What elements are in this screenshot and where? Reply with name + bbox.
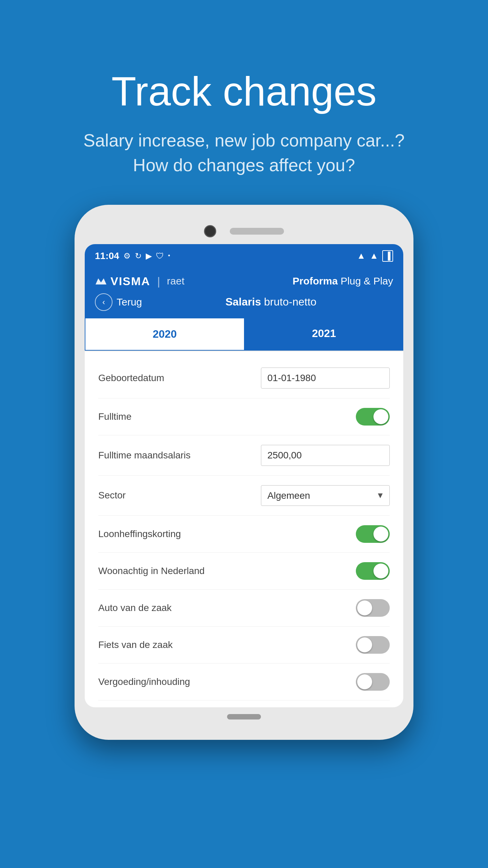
toggle-thumb-loonheffingskorting: [373, 527, 388, 541]
nav-row: ‹ Terug Salaris bruto-netto: [95, 293, 393, 311]
page-header: Track changes Salary increase, new job c…: [83, 0, 405, 178]
toggle-thumb-fulltime: [373, 409, 388, 424]
form-row-fulltime: Fulltime: [98, 398, 390, 435]
nav-title-light: bruto-netto: [264, 296, 317, 308]
tab-2021[interactable]: 2021: [245, 318, 403, 351]
label-maandsalaris: Fulltime maandsalaris: [98, 450, 190, 461]
app-header: VISMA | raet Proforma Plug & Play ‹ Teru…: [85, 268, 403, 318]
form-row-maandsalaris: Fulltime maandsalaris: [98, 435, 390, 476]
tab-2020[interactable]: 2020: [85, 318, 245, 351]
phone-speaker: [230, 228, 284, 235]
label-sector: Sector: [98, 490, 126, 501]
visma-logo: VISMA: [95, 275, 150, 288]
app-name: Proforma Plug & Play: [292, 275, 393, 287]
refresh-icon: ↻: [135, 251, 142, 261]
visma-logo-icon: [95, 275, 107, 287]
page-subtitle: Salary increase, new job company car...?…: [83, 128, 405, 178]
battery-icon: ▐: [382, 250, 393, 262]
brand-raet: raet: [167, 275, 185, 287]
form-area: Geboortedatum Fulltime Fulltime maandsal…: [85, 351, 403, 707]
wifi-icon: ▲: [357, 251, 366, 261]
play-icon: ▶: [146, 251, 152, 261]
phone-shell: 11:04 ⚙ ↻ ▶ 🛡 • ▲ ▲ ▐: [75, 205, 413, 740]
dot-icon: •: [168, 252, 170, 259]
brand-row: VISMA | raet Proforma Plug & Play: [95, 275, 393, 288]
phone-home-indicator: [227, 714, 261, 719]
svg-marker-0: [96, 278, 106, 284]
status-time: 11:04: [95, 251, 119, 261]
phone-screen: 11:04 ⚙ ↻ ▶ 🛡 • ▲ ▲ ▐: [85, 244, 403, 707]
status-bar: 11:04 ⚙ ↻ ▶ 🛡 • ▲ ▲ ▐: [85, 244, 403, 268]
form-row-fiets: Fiets van de zaak: [98, 627, 390, 664]
label-woonachtig: Woonachtig in Nederland: [98, 566, 205, 576]
back-label: Terug: [117, 296, 142, 308]
toggle-thumb-vergoeding: [357, 674, 372, 689]
toggle-thumb-woonachtig: [373, 564, 388, 578]
toggle-track-fiets: [356, 636, 390, 654]
nav-title-bold: Salaris: [225, 296, 261, 308]
toggle-loonheffingskorting[interactable]: [356, 525, 390, 543]
form-row-loonheffingskorting: Loonheffingskorting: [98, 516, 390, 553]
label-auto: Auto van de zaak: [98, 603, 171, 613]
toggle-fiets[interactable]: [356, 636, 390, 654]
toggle-track-auto: [356, 599, 390, 617]
phone-top-elements: [85, 225, 403, 237]
nav-title: Salaris bruto-netto: [149, 296, 393, 308]
back-button[interactable]: ‹ Terug: [95, 293, 142, 311]
form-row-woonachtig: Woonachtig in Nederland: [98, 553, 390, 590]
label-fulltime: Fulltime: [98, 411, 131, 422]
form-row-geboortedatum: Geboortedatum: [98, 358, 390, 398]
brand-left: VISMA | raet: [95, 275, 184, 288]
toggle-track-loonheffingskorting: [356, 525, 390, 543]
signal-icon: ▲: [370, 251, 379, 261]
visma-wordmark: VISMA: [110, 275, 150, 288]
input-geboortedatum[interactable]: [261, 368, 390, 389]
phone-camera: [204, 225, 216, 237]
toggle-track-fulltime: [356, 408, 390, 426]
status-right: ▲ ▲ ▐: [357, 250, 393, 262]
toggle-vergoeding[interactable]: [356, 673, 390, 691]
app-name-bold: Proforma: [292, 275, 338, 287]
label-geboortedatum: Geboortedatum: [98, 373, 164, 383]
toggle-woonachtig[interactable]: [356, 562, 390, 580]
toggle-fulltime[interactable]: [356, 408, 390, 426]
toggle-thumb-auto: [357, 600, 372, 615]
toggle-track-vergoeding: [356, 673, 390, 691]
label-vergoeding: Vergoeding/inhouding: [98, 676, 190, 687]
year-tabs: 2020 2021: [85, 318, 403, 351]
label-fiets: Fiets van de zaak: [98, 639, 172, 650]
label-loonheffingskorting: Loonheffingskorting: [98, 529, 181, 539]
toggle-auto[interactable]: [356, 599, 390, 617]
back-circle-icon: ‹: [95, 293, 113, 311]
form-row-auto: Auto van de zaak: [98, 590, 390, 627]
form-row-sector: Sector Algemeen Overheid Onderwijs ▼: [98, 476, 390, 516]
select-wrapper-sector: Algemeen Overheid Onderwijs ▼: [261, 485, 390, 506]
page-title: Track changes: [83, 68, 405, 115]
toggle-track-woonachtig: [356, 562, 390, 580]
app-name-light: Plug & Play: [341, 275, 393, 287]
input-maandsalaris[interactable]: [261, 445, 390, 466]
select-sector[interactable]: Algemeen Overheid Onderwijs: [261, 485, 390, 506]
brand-divider: |: [157, 275, 160, 288]
shield-icon: 🛡: [156, 251, 164, 261]
status-left: 11:04 ⚙ ↻ ▶ 🛡 •: [95, 251, 170, 261]
toggle-thumb-fiets: [357, 637, 372, 652]
gear-icon: ⚙: [123, 251, 131, 261]
form-row-vergoeding: Vergoeding/inhouding: [98, 664, 390, 701]
